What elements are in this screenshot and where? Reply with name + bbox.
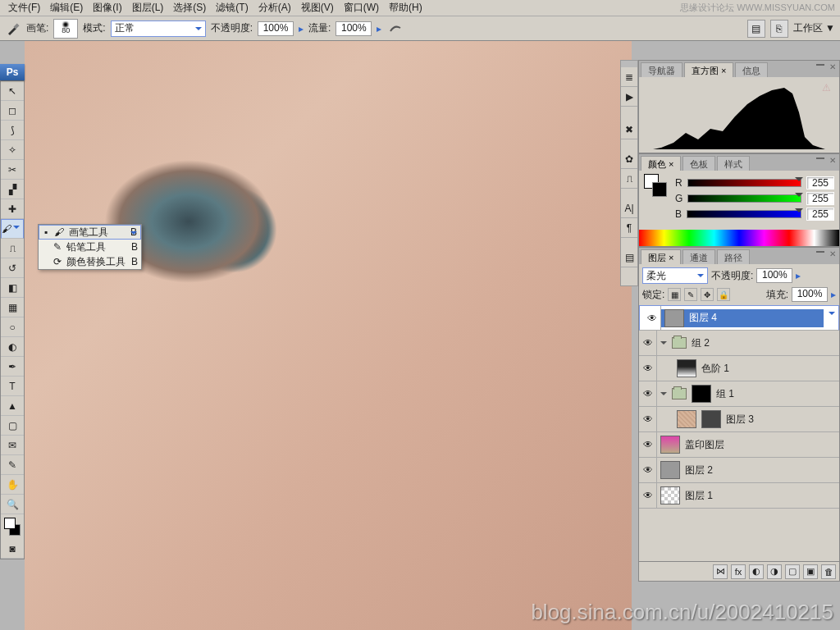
disclosure-icon[interactable] bbox=[660, 392, 667, 399]
trash-icon[interactable]: 🗑 bbox=[821, 564, 836, 579]
menu-view[interactable]: 视图(V) bbox=[296, 0, 339, 16]
visibility-icon[interactable]: 👁 bbox=[643, 306, 661, 330]
adj-layer-icon[interactable]: ◑ bbox=[767, 564, 782, 579]
visibility-icon[interactable]: 👁 bbox=[639, 407, 657, 431]
tab-paths[interactable]: 路径 bbox=[717, 249, 750, 264]
tab-channels[interactable]: 通道 bbox=[682, 249, 715, 264]
layer-opacity-input[interactable]: 100% bbox=[756, 268, 792, 283]
panel-minimize-icon[interactable] bbox=[816, 64, 824, 66]
history-brush-icon[interactable]: ↺ bbox=[1, 258, 24, 278]
disclosure-icon[interactable] bbox=[660, 341, 667, 348]
tab-info[interactable]: 信息 bbox=[735, 62, 768, 77]
layer-row[interactable]: 👁 图层 4 bbox=[639, 305, 839, 331]
link-layers-icon[interactable]: ⋈ bbox=[713, 564, 728, 579]
dock-para-icon[interactable]: ¶ bbox=[621, 218, 637, 238]
lock-paint-icon[interactable]: ✎ bbox=[684, 288, 697, 301]
eraser-tool-icon[interactable]: ◧ bbox=[1, 278, 24, 298]
menu-edit[interactable]: 编辑(E) bbox=[45, 0, 88, 16]
mask-thumb[interactable] bbox=[692, 385, 711, 403]
panel-close-icon[interactable]: ✕ bbox=[829, 249, 836, 258]
r-slider[interactable] bbox=[687, 179, 801, 187]
layer-row[interactable]: 👁 图层 2 bbox=[639, 458, 839, 483]
menu-layer[interactable]: 图层(L) bbox=[127, 0, 169, 16]
blur-tool-icon[interactable]: ○ bbox=[1, 317, 24, 337]
crop-tool-icon[interactable]: ✂ bbox=[1, 160, 24, 180]
opacity-input[interactable]: 100% bbox=[258, 21, 294, 36]
notes-tool-icon[interactable]: ✉ bbox=[1, 436, 24, 455]
visibility-icon[interactable]: 👁 bbox=[639, 458, 657, 482]
hand-tool-icon[interactable]: ✋ bbox=[1, 475, 24, 495]
brush-tool-icon[interactable]: 🖌 bbox=[1, 219, 24, 239]
path-select-icon[interactable]: ▲ bbox=[1, 396, 24, 416]
spectrum-bar[interactable] bbox=[639, 230, 839, 246]
dock-tool-presets-icon[interactable]: ✖ bbox=[621, 120, 637, 139]
menu-filter[interactable]: 滤镜(T) bbox=[211, 0, 253, 16]
tab-navigator[interactable]: 导航器 bbox=[641, 62, 682, 77]
slice-tool-icon[interactable]: ▞ bbox=[1, 180, 24, 199]
tab-layers[interactable]: 图层 × bbox=[641, 249, 681, 264]
flow-input[interactable]: 100% bbox=[336, 21, 372, 36]
layer-group-row[interactable]: 👁 组 1 bbox=[639, 381, 839, 407]
layer-blend-select[interactable]: 柔光 bbox=[642, 267, 708, 284]
shape-tool-icon[interactable]: ▢ bbox=[1, 416, 24, 436]
lock-all-icon[interactable]: 🔒 bbox=[717, 288, 730, 301]
menu-file[interactable]: 文件(F) bbox=[3, 0, 45, 16]
menu-select[interactable]: 选择(S) bbox=[168, 0, 211, 16]
dock-brushes-icon[interactable]: ✿ bbox=[621, 149, 637, 169]
r-input[interactable]: 255 bbox=[806, 176, 834, 189]
move-tool-icon[interactable]: ↖ bbox=[1, 81, 24, 101]
doc-icon[interactable]: ▤ bbox=[747, 20, 765, 38]
tab-styles[interactable]: 样式 bbox=[717, 156, 750, 171]
menu-help[interactable]: 帮助(H) bbox=[384, 0, 427, 16]
flyout-pencil[interactable]: ✎ 铅笔工具 B bbox=[39, 240, 141, 254]
panel-close-icon[interactable]: ✕ bbox=[829, 62, 836, 71]
layer-row[interactable]: 👁 色阶 1 bbox=[639, 356, 839, 381]
workspace-select[interactable]: 工作区 ▼ bbox=[793, 21, 835, 35]
zoom-tool-icon[interactable]: 🔍 bbox=[1, 495, 24, 514]
dock-clone-icon[interactable]: ⎍ bbox=[621, 169, 637, 189]
visibility-icon[interactable]: 👁 bbox=[639, 331, 657, 355]
bridge-icon[interactable]: ⎘ bbox=[770, 20, 788, 38]
dock-actions-icon[interactable]: ▶ bbox=[621, 87, 637, 107]
layer-row[interactable]: 👁 图层 1 bbox=[639, 483, 839, 509]
visibility-icon[interactable]: 👁 bbox=[639, 356, 657, 381]
stamp-tool-icon[interactable]: ⎍ bbox=[1, 239, 24, 258]
panel-minimize-icon[interactable] bbox=[816, 158, 824, 159]
panel-minimize-icon[interactable] bbox=[816, 251, 824, 253]
canvas-image[interactable] bbox=[25, 41, 632, 630]
gradient-tool-icon[interactable]: ▦ bbox=[1, 298, 24, 317]
dock-history-icon[interactable]: ≣ bbox=[621, 67, 637, 87]
type-tool-icon[interactable]: T bbox=[1, 377, 24, 396]
opacity-arrow-icon[interactable]: ▸ bbox=[299, 23, 304, 34]
visibility-icon[interactable]: 👁 bbox=[639, 483, 657, 508]
visibility-icon[interactable]: 👁 bbox=[639, 381, 657, 406]
eyedropper-icon[interactable]: ✎ bbox=[1, 455, 24, 475]
lock-pos-icon[interactable]: ✥ bbox=[701, 288, 714, 301]
b-input[interactable]: 255 bbox=[806, 208, 834, 221]
airbrush-icon[interactable] bbox=[386, 20, 404, 38]
tab-histogram[interactable]: 直方图 × bbox=[684, 62, 733, 77]
b-slider[interactable] bbox=[687, 210, 801, 218]
wand-tool-icon[interactable]: ✧ bbox=[1, 140, 24, 160]
color-swatches[interactable] bbox=[1, 514, 24, 539]
dock-layercomp-icon[interactable]: ▤ bbox=[621, 248, 637, 267]
quickmask-icon[interactable]: ◙ bbox=[1, 539, 24, 559]
dodge-tool-icon[interactable]: ◐ bbox=[1, 337, 24, 357]
flyout-brush[interactable]: ▪ 🖌 画笔工具 B bbox=[39, 225, 141, 240]
panel-close-icon[interactable]: ✕ bbox=[829, 156, 836, 165]
lasso-tool-icon[interactable]: ⟆ bbox=[1, 121, 24, 140]
layer-row[interactable]: 👁 盖印图层 bbox=[639, 432, 839, 458]
flyout-color-replace[interactable]: ⟳ 颜色替换工具 B bbox=[39, 254, 141, 269]
new-layer-icon[interactable]: ▣ bbox=[803, 564, 818, 579]
brush-preset[interactable]: 80 bbox=[53, 19, 78, 39]
arrow-icon[interactable]: ▸ bbox=[796, 270, 801, 281]
g-slider[interactable] bbox=[687, 194, 801, 203]
lock-trans-icon[interactable]: ▦ bbox=[668, 288, 681, 301]
marquee-tool-icon[interactable]: ◻ bbox=[1, 101, 24, 121]
g-input[interactable]: 255 bbox=[806, 192, 834, 205]
group-icon[interactable]: ▢ bbox=[785, 564, 800, 579]
menu-image[interactable]: 图像(I) bbox=[88, 0, 126, 16]
dock-char-icon[interactable]: A| bbox=[621, 199, 637, 218]
layer-row[interactable]: 👁 图层 3 bbox=[639, 407, 839, 432]
heal-tool-icon[interactable]: ✚ bbox=[1, 199, 24, 219]
